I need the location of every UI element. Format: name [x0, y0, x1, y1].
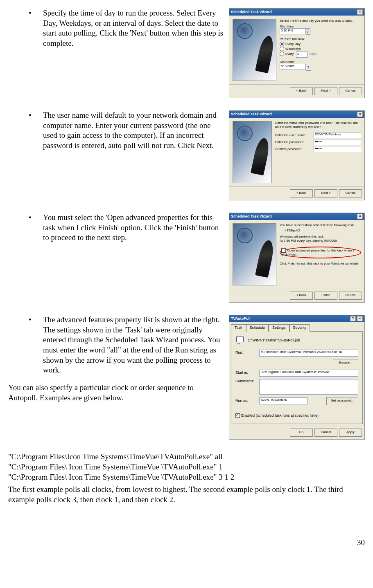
tab-schedule[interactable]: Schedule — [246, 324, 269, 332]
advanced-properties-checkbox[interactable]: Open advanced properties for this task w… — [281, 248, 359, 257]
cancel-button[interactable]: Cancel — [339, 87, 362, 95]
wizard-finish: Scheduled Task Wizard × You have success… — [229, 213, 365, 303]
job-path: C:\WINNT\Tasks\TVAutoPoll.job — [248, 338, 300, 343]
wizard2-instruction: Enter the name and password of a user. T… — [275, 121, 361, 129]
bullet-text-4: The advanced features property list is s… — [43, 315, 224, 375]
wizard-side-image — [233, 19, 276, 81]
start-date-label: Start date: — [280, 60, 361, 64]
job-icon — [235, 336, 245, 346]
startin-input[interactable]: "C:\Program Files\Icon Time Systems\Time… — [259, 370, 358, 377]
tab-task[interactable]: Task — [231, 324, 246, 332]
dropdown-arrow-icon[interactable]: ▼ — [306, 64, 311, 71]
wizard1-instruction: Select the time and day you want this ta… — [280, 19, 361, 23]
run-input[interactable]: m Files\Icon Time Systems\TimeVue\TVAuto… — [259, 350, 358, 357]
wizard-credentials: Scheduled Task Wizard × Enter the name a… — [229, 110, 365, 200]
properties-dialog: TVAutoPoll ? × Task Schedule Settings Se… — [229, 315, 365, 440]
confirm-password-input[interactable]: •••••• — [314, 146, 361, 152]
bullet-icon: • — [29, 315, 43, 375]
wizard-time: Scheduled Task Wizard × Select the time … — [229, 8, 365, 98]
password-input[interactable]: •••••• — [314, 139, 361, 145]
bullet-text-1: Specify the time of day to run the proce… — [43, 8, 224, 49]
radio-every-day[interactable]: Every Day — [280, 42, 361, 46]
next-button[interactable]: Next > — [314, 87, 337, 95]
cancel-button[interactable]: Cancel — [339, 189, 362, 197]
wizard3-line4: Click Finish to add this task to your Wi… — [280, 262, 361, 266]
password-label: Enter the password: — [275, 140, 312, 144]
wizard-title: Scheduled Task Wizard — [231, 112, 272, 117]
finish-button[interactable]: Finish — [314, 292, 337, 300]
startin-label: Start in: — [235, 370, 257, 375]
close-icon[interactable]: × — [357, 316, 363, 321]
cancel-button[interactable]: Cancel — [314, 429, 337, 437]
cancel-button[interactable]: Cancel — [339, 292, 362, 300]
spinner-buttons[interactable]: ▲▼ — [306, 28, 310, 35]
runas-label: Run as: — [235, 399, 257, 404]
back-button[interactable]: < Back — [290, 87, 313, 95]
comments-input[interactable] — [259, 379, 358, 395]
final-paragraph: The first example polls all clocks, from… — [8, 485, 365, 505]
wizard-title: Scheduled Task Wizard — [231, 10, 272, 14]
confirm-password-label: Confirm password: — [275, 147, 312, 151]
perform-task-label: Perform this task: — [280, 37, 361, 41]
example-3: "C:\Program Files\ Icon Time Systems\Tim… — [8, 472, 365, 483]
page-number: 30 — [8, 538, 365, 548]
bullet-icon: • — [29, 8, 43, 49]
start-time-label: Start time: — [280, 25, 361, 29]
close-icon[interactable]: × — [357, 214, 363, 219]
apply-button[interactable]: Apply — [339, 429, 362, 437]
radio-every-n[interactable]: Every 1 days — [280, 52, 361, 58]
close-icon[interactable]: × — [357, 112, 363, 117]
username-label: Enter the user name: — [275, 133, 312, 137]
bullet-text-3: You must select the 'Open advanced prope… — [43, 213, 224, 243]
wizard-side-image — [233, 121, 272, 183]
browse-button[interactable]: Browse... — [333, 359, 358, 367]
help-icon[interactable]: ? — [350, 316, 356, 321]
start-date-input[interactable]: 5/ 3/2005 — [280, 64, 306, 70]
bullet-icon: • — [29, 213, 43, 243]
tab-settings[interactable]: Settings — [269, 324, 289, 332]
start-time-input[interactable]: 5:30 PM — [280, 28, 306, 34]
ok-button[interactable]: OK — [290, 429, 313, 437]
next-button[interactable]: Next > — [314, 189, 337, 197]
autopoll-paragraph: You can also specify a particular clock … — [8, 383, 224, 403]
back-button[interactable]: < Back — [290, 292, 313, 300]
runas-input[interactable]: ICONTIME\shicks — [259, 397, 307, 404]
back-button[interactable]: < Back — [290, 189, 313, 197]
every-n-input[interactable]: 1 — [296, 52, 307, 58]
comments-label: Comments: — [235, 379, 257, 384]
username-input[interactable]: ICONTIME\shicks — [314, 132, 361, 138]
wizard3-line2: Windows will perform this task: — [280, 235, 361, 239]
enabled-checkbox[interactable]: Enabled (scheduled task runs at specifie… — [235, 413, 319, 417]
wizard3-line1: You have successfully scheduled the foll… — [280, 223, 361, 227]
run-label: Run: — [235, 350, 257, 355]
example-2: "C:\Program Files\ Icon Time Systems\Tim… — [8, 462, 365, 472]
scheduled-task-name: TSBpoll2 — [287, 229, 300, 232]
wizard-title: Scheduled Task Wizard — [231, 214, 272, 219]
properties-title: TVAutoPoll — [231, 316, 251, 321]
radio-weekdays[interactable]: Weekdays — [280, 47, 361, 51]
close-icon[interactable]: × — [357, 9, 363, 15]
example-1: "C:\Program Files\Icon Time Systems\Time… — [8, 452, 365, 462]
wizard-side-image — [233, 223, 276, 285]
wizard3-line3: At 5:30 PM every day, starting 5/3/2005 — [280, 239, 361, 243]
bullet-text-2: The user name will default to your netwo… — [43, 110, 224, 151]
bullet-icon: • — [29, 110, 43, 151]
tab-security[interactable]: Security — [289, 324, 310, 332]
set-password-button[interactable]: Set password... — [326, 397, 358, 405]
